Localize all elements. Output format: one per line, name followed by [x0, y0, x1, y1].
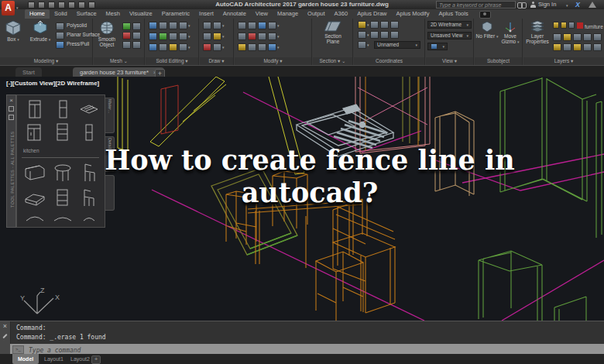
palette-item[interactable] [77, 122, 102, 143]
search-input[interactable] [436, 1, 516, 9]
panel-label-solid-editing[interactable]: Solid Editing ▾ [146, 57, 198, 65]
modify-row2[interactable] [237, 32, 280, 41]
coordinates-row2[interactable] [357, 30, 400, 39]
ribbon-tab-surface[interactable]: Surface [72, 9, 101, 19]
layer-freeze-sun-icon[interactable] [561, 22, 567, 29]
search-icon[interactable] [517, 2, 525, 8]
palette-item[interactable] [77, 98, 102, 120]
panel-label-modify[interactable]: Modify ▾ [235, 57, 311, 65]
palette-autohide-icon[interactable] [9, 106, 14, 112]
palette-item[interactable] [51, 211, 76, 224]
mesh-tools-row2[interactable] [122, 31, 142, 40]
viewport-config-dropdown[interactable] [427, 43, 448, 50]
palette-item[interactable] [51, 162, 76, 184]
undo-icon[interactable] [78, 2, 85, 9]
application-menu-caret-icon[interactable]: ▾ [16, 5, 19, 10]
layer-lock-icon[interactable] [568, 22, 575, 29]
ribbon-tab-aplus-tools[interactable]: Aplus Tools [434, 9, 472, 19]
ribbon-tab-solid[interactable]: Solid [50, 9, 72, 19]
mesh-tools-row1[interactable] [122, 22, 142, 31]
command-line-grip[interactable]: × [0, 321, 11, 355]
coordinates-row3[interactable] [357, 40, 369, 50]
ucs-name-dropdown[interactable]: Unnamed [374, 41, 420, 49]
layer-on-bulb-icon[interactable] [553, 22, 559, 29]
application-menu-button[interactable]: A [2, 1, 15, 15]
save-icon[interactable] [48, 2, 55, 9]
solid-editing-row3[interactable] [148, 43, 190, 52]
ribbon-tab-aplus-draw[interactable]: Aplus Draw [352, 9, 391, 19]
redo-icon[interactable] [88, 2, 95, 9]
ribbon-tab-annotate[interactable]: Annotate [218, 9, 251, 19]
render-preset-icon[interactable] [479, 11, 491, 19]
panel-label-draw[interactable]: Draw ▾ [200, 57, 233, 65]
command-close-icon[interactable]: × [0, 321, 10, 331]
box-button[interactable]: Box [2, 20, 24, 43]
palette-item[interactable] [77, 211, 102, 224]
tool-palette-titlebar[interactable]: × TOOL PALETTES - ALL PALETTES [6, 94, 16, 228]
layer-properties-button[interactable]: Layer Properties [524, 20, 551, 44]
panel-label-layers[interactable]: Layers ▾ [523, 57, 604, 65]
palette-tab-more[interactable] [105, 175, 115, 211]
solid-editing-row1[interactable] [148, 21, 190, 30]
extrude-button[interactable]: Extrude [28, 20, 53, 43]
viewport-controls[interactable]: [-][Custom View][2D Wireframe] [6, 80, 99, 87]
palette-item[interactable] [23, 98, 48, 120]
save-as-icon[interactable] [58, 2, 65, 9]
palette-item[interactable] [77, 187, 102, 208]
named-view-dropdown[interactable]: Unsaved View [427, 32, 472, 39]
panel-label-section[interactable]: Section ▾ ⌄ [313, 57, 352, 65]
ribbon-tab-insert[interactable]: Insert [194, 9, 218, 19]
panel-label-coordinates[interactable]: Coordinates [354, 57, 424, 65]
draw-row2[interactable] [202, 32, 225, 41]
mesh-tools-row3[interactable] [122, 40, 142, 50]
current-layer-name[interactable]: furniture [585, 24, 603, 29]
layer-tools-row2[interactable] [552, 43, 602, 52]
ribbon-tab-visualize[interactable]: Visualize [125, 9, 157, 19]
plot-icon[interactable] [68, 2, 75, 9]
open-file-icon[interactable] [38, 2, 45, 9]
palette-item[interactable] [23, 187, 48, 208]
new-layout-button[interactable]: + [91, 355, 101, 364]
solid-editing-row2[interactable] [148, 32, 190, 41]
ribbon-tab-a360[interactable]: A360 [330, 9, 353, 19]
command-history[interactable]: Command: Command: _.erase 1 found [10, 321, 604, 344]
ribbon-tab-parametric[interactable]: Parametric [157, 9, 194, 19]
command-customize-wrench-icon[interactable] [2, 334, 7, 338]
sign-in-label[interactable]: Sign In [538, 0, 556, 9]
titlebar-caret-icon[interactable] [566, 2, 568, 8]
section-plane-button[interactable]: Section Plane [317, 20, 348, 44]
ribbon-tab-manage[interactable]: Manage [273, 9, 303, 19]
palette-item[interactable] [51, 122, 76, 143]
visual-style-dropdown[interactable]: 2D Wireframe [427, 21, 472, 29]
tab-model[interactable]: Model [12, 354, 39, 364]
ribbon-tab-output[interactable]: Output [303, 9, 330, 19]
layer-tools-row1[interactable] [552, 33, 602, 42]
sign-in-icon[interactable] [530, 2, 536, 8]
palette-item[interactable] [23, 122, 48, 143]
palette-item[interactable] [77, 162, 102, 184]
palette-tab-details[interactable]: Detail... [105, 136, 115, 172]
palette-tab-materials[interactable]: Mater... [105, 98, 115, 133]
new-file-icon[interactable] [28, 2, 35, 9]
no-filter-button[interactable]: No Filter [475, 21, 499, 39]
ribbon-tab-home[interactable]: Home [25, 9, 50, 19]
draw-row3[interactable] [202, 43, 225, 52]
panel-label-subobject[interactable]: Subobject [475, 57, 522, 65]
modify-row3[interactable] [237, 43, 280, 52]
coordinates-row1[interactable] [357, 20, 400, 29]
palette-item[interactable] [51, 187, 76, 208]
panel-label-modeling[interactable]: Modeling ▾ [0, 57, 92, 65]
palette-close-icon[interactable]: × [9, 98, 14, 103]
move-gizmo-button[interactable]: Move Gizmo [499, 21, 521, 45]
smooth-object-button[interactable]: Smooth Object [95, 20, 118, 47]
a360-icon[interactable]: X [575, 0, 580, 9]
panel-label-view[interactable]: View ▾ [426, 57, 473, 65]
ribbon-tab-view[interactable]: View [251, 9, 273, 19]
ribbon-tab-mesh[interactable]: Mesh [101, 9, 125, 19]
layer-color-swatch[interactable] [577, 22, 583, 29]
ribbon-tab-aplus-modify[interactable]: Aplus Modify [392, 9, 434, 19]
draw-row1[interactable] [202, 21, 225, 30]
palette-item[interactable] [23, 162, 48, 184]
panel-label-mesh[interactable]: Mesh ⌄ [94, 57, 144, 65]
modify-row1[interactable] [237, 21, 280, 30]
